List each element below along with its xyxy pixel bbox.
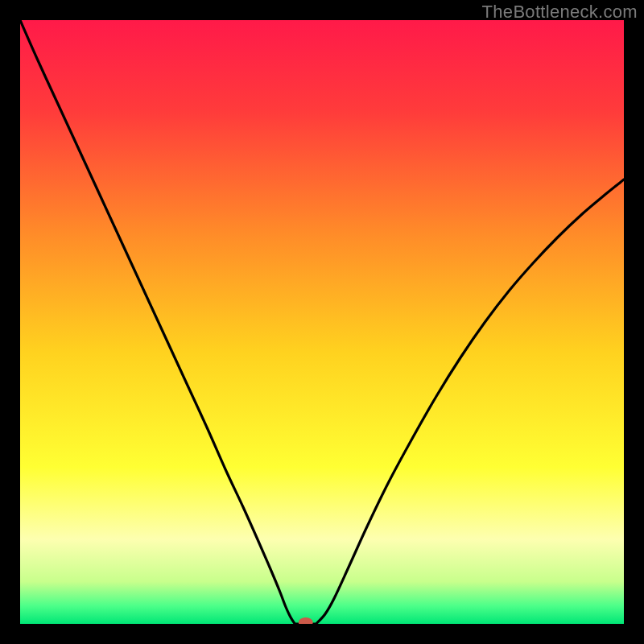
bottleneck-chart	[20, 20, 624, 624]
chart-frame: TheBottleneck.com	[0, 0, 644, 644]
plot-background	[20, 20, 624, 624]
